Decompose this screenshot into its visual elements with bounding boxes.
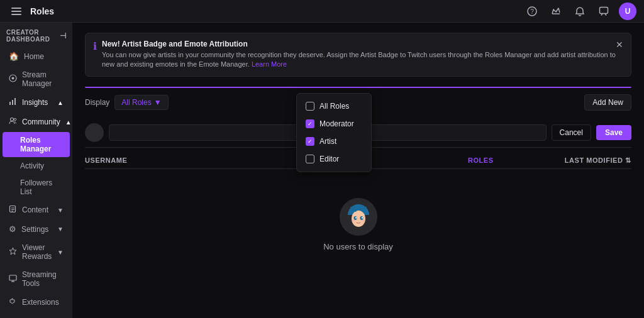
- add-user-avatar-placeholder: [85, 123, 104, 142]
- sidebar-item-label: Extensions: [22, 298, 59, 307]
- sidebar-item-community[interactable]: Community ▲: [3, 112, 70, 131]
- sidebar-sub-item-roles-manager[interactable]: Roles Manager: [3, 132, 70, 157]
- sidebar: Creator Dashboard ⊣ 🏠 Home Stream Manage…: [0, 23, 72, 318]
- streaming-tools-icon: [9, 274, 17, 284]
- svg-marker-17: [9, 248, 16, 255]
- empty-state: No users to display: [85, 173, 631, 277]
- svg-point-27: [352, 220, 355, 221]
- insights-chevron: ▲: [57, 99, 64, 106]
- notifications-icon[interactable]: [571, 3, 589, 20]
- sidebar-item-stream-manager[interactable]: Stream Manager: [3, 66, 70, 92]
- sidebar-item-label: Viewer Rewards: [22, 243, 52, 261]
- svg-point-11: [11, 118, 14, 121]
- svg-text:?: ?: [530, 8, 534, 15]
- banner-close-button[interactable]: ✕: [613, 38, 626, 51]
- crown-icon[interactable]: [547, 3, 565, 20]
- cancel-button[interactable]: Cancel: [552, 124, 591, 141]
- editor-checkbox[interactable]: [306, 155, 314, 163]
- dropdown-item-moderator[interactable]: ✓ Moderator: [297, 115, 371, 133]
- banner-text: You can now give artists in your communi…: [102, 50, 623, 70]
- stream-icon: [9, 74, 17, 84]
- avatar[interactable]: U: [619, 3, 636, 20]
- accent-bar: [85, 87, 631, 88]
- all-roles-checkbox[interactable]: [306, 102, 314, 111]
- all-roles-label: All Roles: [319, 102, 349, 111]
- topbar-icons: ? U: [523, 3, 636, 20]
- col-header-username: Username: [85, 156, 468, 164]
- moderator-label: Moderator: [319, 119, 354, 128]
- all-roles-filter-button[interactable]: All Roles ▼: [114, 95, 168, 110]
- svg-rect-1: [11, 11, 21, 12]
- insights-icon: [9, 97, 17, 107]
- banner-text-content: You can now give artists in your communi…: [102, 51, 616, 68]
- content-icon: [9, 205, 17, 215]
- main-content: ℹ New! Artist Badge and Emote Attributio…: [72, 23, 644, 318]
- svg-point-22: [352, 211, 365, 227]
- col-header-roles[interactable]: Roles: [468, 156, 543, 164]
- svg-rect-18: [9, 275, 16, 280]
- sidebar-item-extensions[interactable]: Extensions: [3, 293, 70, 312]
- banner-content: New! Artist Badge and Emote Attribution …: [102, 40, 623, 70]
- viewer-rewards-icon: [9, 247, 17, 257]
- sidebar-item-label: Insights: [22, 98, 48, 107]
- banner-learn-more-link[interactable]: Learn More: [252, 60, 287, 68]
- editor-label: Editor: [319, 155, 339, 163]
- svg-rect-5: [600, 7, 608, 13]
- sidebar-item-viewer-rewards[interactable]: Viewer Rewards ▼: [3, 239, 70, 265]
- svg-rect-9: [12, 100, 13, 105]
- artist-checkbox[interactable]: ✓: [306, 137, 314, 146]
- filter-label: All Roles: [121, 98, 151, 107]
- svg-rect-0: [11, 8, 21, 9]
- roles-dropdown-menu: All Roles ✓ Moderator ✓ Artist Editor: [296, 93, 372, 172]
- sidebar-item-label: Home: [24, 52, 44, 61]
- sidebar-sub-item-followers-list[interactable]: Followers List: [3, 175, 70, 200]
- sidebar-item-insights[interactable]: Insights ▲: [3, 93, 70, 112]
- sidebar-item-label: Streaming Tools: [22, 270, 64, 288]
- sidebar-item-streaming-tools[interactable]: Streaming Tools: [3, 266, 70, 292]
- activity-label: Activity: [20, 162, 44, 170]
- dropdown-item-all-roles[interactable]: All Roles: [297, 97, 371, 115]
- dropdown-item-editor[interactable]: Editor: [297, 150, 371, 168]
- settings-icon: ⚙: [9, 224, 16, 234]
- empty-state-avatar: [340, 198, 377, 236]
- svg-point-28: [362, 220, 365, 221]
- display-label: Display: [85, 98, 109, 107]
- sidebar-item-label: Content: [22, 206, 48, 214]
- community-chevron: ▲: [65, 119, 72, 126]
- sidebar-sub-item-activity[interactable]: Activity: [3, 158, 70, 174]
- pin-icon[interactable]: ⊣: [60, 31, 67, 40]
- notification-banner: ℹ New! Artist Badge and Emote Attributio…: [85, 33, 631, 77]
- filter-chevron: ▼: [154, 98, 162, 107]
- sidebar-item-settings[interactable]: ⚙ Settings ▼: [3, 220, 70, 238]
- add-new-button[interactable]: Add New: [584, 94, 631, 111]
- sidebar-header-label: Creator Dashboard: [6, 29, 60, 43]
- svg-rect-2: [11, 14, 21, 15]
- svg-point-25: [355, 217, 357, 218]
- banner-info-icon: ℹ: [93, 40, 97, 52]
- followers-list-label: Followers List: [20, 178, 64, 196]
- save-button[interactable]: Save: [596, 125, 631, 140]
- page-title: Roles: [30, 6, 54, 16]
- chat-icon[interactable]: [595, 3, 613, 20]
- sidebar-header: Creator Dashboard ⊣: [0, 23, 72, 47]
- layout: Creator Dashboard ⊣ 🏠 Home Stream Manage…: [0, 23, 644, 318]
- col-header-modified[interactable]: Last Modified ⇅: [543, 156, 631, 165]
- sidebar-item-home[interactable]: 🏠 Home: [3, 47, 70, 65]
- sort-icon: ⇅: [625, 156, 631, 165]
- toolbar-left: Display All Roles ▼: [85, 95, 169, 110]
- help-icon[interactable]: ?: [523, 3, 541, 20]
- home-icon: 🏠: [9, 52, 19, 61]
- menu-icon[interactable]: [8, 3, 25, 20]
- roles-manager-label: Roles Manager: [20, 136, 64, 153]
- svg-rect-8: [9, 102, 11, 105]
- dropdown-item-artist[interactable]: ✓ Artist: [297, 133, 371, 150]
- topbar-left: Roles: [8, 3, 54, 20]
- extensions-icon: [9, 297, 17, 307]
- sidebar-item-creator-camp[interactable]: 🏕 Creator Camp ↗: [3, 312, 70, 318]
- sidebar-item-content[interactable]: Content ▼: [3, 200, 70, 219]
- moderator-checkbox[interactable]: ✓: [306, 119, 314, 128]
- svg-point-7: [12, 77, 14, 80]
- sidebar-item-label: Settings: [21, 225, 48, 234]
- artist-label: Artist: [319, 137, 336, 146]
- sidebar-item-label: Stream Manager: [22, 70, 64, 88]
